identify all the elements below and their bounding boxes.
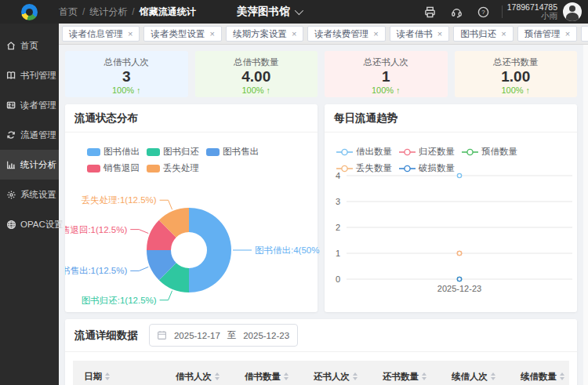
divider bbox=[502, 5, 503, 18]
pie-legend-item-4[interactable]: 丢失处理 bbox=[147, 162, 199, 174]
pie-legend-item-3[interactable]: 销售退回 bbox=[87, 162, 140, 174]
tab-2[interactable]: 续期方案设置× bbox=[226, 26, 303, 42]
data-point-借出数量[interactable] bbox=[457, 173, 461, 177]
sort-icon[interactable] bbox=[560, 372, 564, 380]
table-header-row: 日期 借书人次 借书数量 还书人次 还书数量 续借人次 续借数量 预借人次 bbox=[73, 361, 569, 385]
pie-legend-item-2[interactable]: 图书售出 bbox=[206, 146, 259, 158]
tab-7[interactable]: 藏书类别统计× bbox=[581, 26, 588, 42]
sidebar: 首页书刊管理读者管理流通管理统计分析系统设置OPAC设置 bbox=[0, 24, 59, 385]
stat-card-trend: 100% ↑ bbox=[195, 85, 318, 95]
sidebar-item-label: 读者管理 bbox=[20, 100, 56, 111]
column-header-6[interactable]: 续借数量 bbox=[521, 371, 577, 383]
sidebar-item-0[interactable]: 首页 bbox=[0, 31, 59, 60]
date-end[interactable]: 2025-12-23 bbox=[242, 331, 290, 340]
pie-legend-item-0[interactable]: 图书借出 bbox=[87, 146, 140, 158]
stat-card-value: 1.00 bbox=[455, 68, 578, 85]
tab-1[interactable]: 读者类型设置× bbox=[143, 26, 221, 42]
x-tick-label: 2025-12-23 bbox=[437, 284, 481, 293]
sync-icon bbox=[6, 130, 16, 140]
close-icon[interactable]: × bbox=[501, 29, 506, 38]
sidebar-item-2[interactable]: 读者管理 bbox=[0, 90, 59, 120]
breadcrumb-home[interactable]: 首页 bbox=[59, 5, 78, 19]
column-label: 借书数量 bbox=[245, 371, 281, 383]
date-range-picker[interactable]: 2025-12-17 至 2025-12-23 bbox=[149, 324, 298, 347]
close-icon[interactable]: × bbox=[373, 29, 378, 38]
sidebar-item-label: 书刊管理 bbox=[20, 70, 56, 82]
data-point-破损数量[interactable] bbox=[457, 277, 461, 281]
legend-swatch-icon bbox=[147, 148, 160, 156]
printer-icon[interactable] bbox=[417, 0, 444, 24]
column-label: 续借数量 bbox=[521, 371, 557, 383]
pie-slice-0[interactable] bbox=[189, 208, 231, 292]
sort-icon[interactable] bbox=[215, 372, 220, 380]
tab-label: 图书归还 bbox=[460, 28, 496, 40]
tab-6[interactable]: 预借管理× bbox=[517, 26, 577, 42]
details-panel: 流通详细数据 2025-12-17 至 2025-12-23 日期 借书人次 借… bbox=[65, 319, 577, 385]
legend-line-marker-icon bbox=[336, 148, 353, 156]
sort-icon[interactable] bbox=[491, 372, 495, 380]
line-legend-item-4[interactable]: 破损数量 bbox=[399, 162, 455, 174]
reader-icon bbox=[6, 100, 16, 111]
pie-label-line bbox=[160, 291, 172, 300]
tab-0[interactable]: 读者信息管理× bbox=[62, 26, 140, 42]
tab-5[interactable]: 图书归还× bbox=[453, 26, 513, 42]
column-label: 续借人次 bbox=[452, 371, 488, 383]
user-info: 17896714785 小雨 bbox=[507, 3, 557, 20]
chevron-down-icon bbox=[294, 6, 303, 15]
tab-bar: 读者信息管理×读者类型设置×续期方案设置×读者续费管理×读者借书×图书归还×预借… bbox=[59, 24, 588, 45]
close-icon[interactable]: × bbox=[565, 29, 570, 38]
sort-icon[interactable] bbox=[284, 372, 289, 380]
pie-chart-panel: 流通状态分布 图书借出图书归还图书售出销售退回丢失处理 图书借出:4(50%)图… bbox=[65, 104, 318, 312]
sidebar-item-1[interactable]: 书刊管理 bbox=[0, 60, 59, 90]
legend-label: 破损数量 bbox=[419, 162, 455, 174]
pie-label-line bbox=[130, 267, 148, 271]
column-header-1[interactable]: 借书人次 bbox=[176, 371, 245, 383]
sidebar-item-6[interactable]: OPAC设置 bbox=[0, 209, 59, 239]
close-icon[interactable]: × bbox=[209, 29, 214, 38]
close-icon[interactable]: × bbox=[437, 29, 442, 38]
line-legend-item-3[interactable]: 丢失数量 bbox=[336, 162, 392, 174]
y-tick-label: 2 bbox=[336, 223, 340, 232]
headset-icon[interactable] bbox=[444, 0, 470, 24]
breadcrumb-section[interactable]: 统计分析 bbox=[89, 5, 127, 19]
scrollbar[interactable] bbox=[583, 45, 588, 385]
tab-3[interactable]: 读者续费管理× bbox=[307, 26, 385, 42]
sidebar-item-label: 统计分析 bbox=[20, 159, 56, 171]
column-header-5[interactable]: 续借人次 bbox=[452, 371, 521, 383]
library-selector[interactable]: 美萍图书馆 bbox=[237, 0, 301, 24]
close-icon[interactable]: × bbox=[292, 29, 296, 38]
avatar[interactable] bbox=[563, 2, 582, 21]
app-logo[interactable] bbox=[0, 4, 59, 20]
sidebar-item-3[interactable]: 流通管理 bbox=[0, 120, 59, 150]
legend-label: 图书归还 bbox=[163, 146, 199, 158]
legend-label: 借出数量 bbox=[356, 146, 392, 158]
sidebar-item-label: 首页 bbox=[20, 40, 38, 52]
column-header-0[interactable]: 日期 bbox=[73, 371, 176, 383]
column-header-3[interactable]: 还书人次 bbox=[314, 371, 383, 383]
close-icon[interactable]: × bbox=[128, 29, 132, 38]
pie-legend-item-1[interactable]: 图书归还 bbox=[147, 146, 199, 158]
line-legend-item-2[interactable]: 预借数量 bbox=[462, 146, 517, 158]
line-legend-item-1[interactable]: 归还数量 bbox=[399, 146, 455, 158]
sidebar-item-4[interactable]: 统计分析 bbox=[0, 150, 59, 180]
home-icon bbox=[6, 41, 16, 51]
stat-card-title: 总借书数量 bbox=[195, 56, 318, 68]
pie-legend: 图书借出图书归还图书售出销售退回丢失处理 bbox=[87, 146, 296, 174]
legend-swatch-icon bbox=[147, 165, 160, 173]
line-legend-item-0[interactable]: 借出数量 bbox=[336, 146, 392, 158]
sidebar-item-5[interactable]: 系统设置 bbox=[0, 180, 59, 209]
sort-icon[interactable] bbox=[353, 372, 358, 380]
column-header-4[interactable]: 还书数量 bbox=[383, 371, 452, 383]
date-start[interactable]: 2025-12-17 bbox=[173, 331, 221, 340]
legend-line-marker-icon bbox=[399, 165, 416, 173]
sort-icon[interactable] bbox=[422, 372, 426, 380]
tab-label: 读者信息管理 bbox=[69, 28, 123, 40]
column-label: 日期 bbox=[84, 371, 102, 383]
help-icon[interactable]: ? bbox=[470, 0, 497, 24]
tab-4[interactable]: 读者借书× bbox=[390, 26, 449, 42]
data-point-丢失数量[interactable] bbox=[457, 251, 461, 255]
tab-label: 续期方案设置 bbox=[233, 28, 287, 40]
pie-data-label: 丢失处理:1(12.5%) bbox=[82, 195, 157, 205]
column-header-2[interactable]: 借书数量 bbox=[245, 371, 314, 383]
sort-icon[interactable] bbox=[105, 372, 110, 380]
